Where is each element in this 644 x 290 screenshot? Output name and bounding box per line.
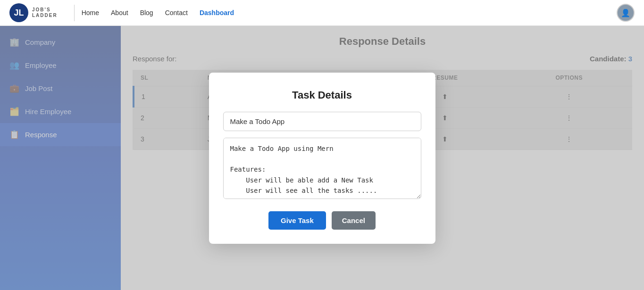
logo[interactable]: JL JOB'S LADDER: [9, 3, 58, 22]
nav-blog[interactable]: Blog: [140, 9, 153, 17]
nav-contact[interactable]: Contact: [165, 9, 188, 17]
nav-divider: [74, 5, 75, 21]
task-description-textarea[interactable]: [223, 138, 421, 199]
cancel-button[interactable]: Cancel: [332, 211, 376, 230]
task-name-input[interactable]: [223, 112, 421, 131]
modal-overlay: Task Details Give Task Cancel: [0, 26, 644, 290]
layout: 🏢 Company 👥 Employee 💼 Job Post 🗂️ Hire …: [0, 26, 644, 290]
avatar[interactable]: 👤: [617, 4, 635, 22]
nav-about[interactable]: About: [111, 9, 128, 17]
nav-home[interactable]: Home: [82, 9, 99, 17]
navbar: JL JOB'S LADDER Home About Blog Contact …: [0, 0, 644, 26]
logo-icon: JL: [9, 3, 28, 22]
modal-buttons: Give Task Cancel: [223, 211, 421, 230]
give-task-button[interactable]: Give Task: [268, 211, 326, 230]
modal-title: Task Details: [223, 89, 421, 101]
nav-links: Home About Blog Contact Dashboard: [82, 9, 617, 17]
nav-dashboard[interactable]: Dashboard: [200, 9, 234, 17]
logo-text: JOB'S LADDER: [32, 7, 58, 18]
task-details-modal: Task Details Give Task Cancel: [209, 73, 435, 244]
